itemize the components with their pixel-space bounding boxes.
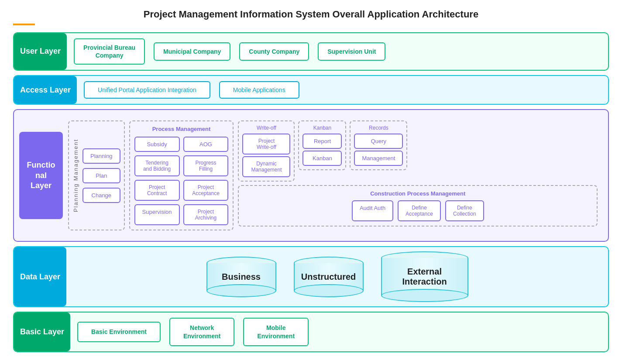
basic-item-0: Basic Environment (77, 322, 161, 342)
process-management-group: Process Management Subsidy AOG Tendering… (129, 120, 234, 230)
cylinder-2: ExternalInteraction (381, 251, 468, 302)
construction-item-0: Audit Auth (352, 200, 393, 221)
access-item-1: Mobile Applications (219, 81, 299, 99)
functional-layer-label: FunctionalLayer (19, 132, 63, 219)
user-item-1: Municipal Company (154, 42, 230, 61)
basic-layer-content: Basic Environment NetworkEnvironment Mob… (70, 312, 608, 351)
process-item-4: ProjectContract (134, 180, 180, 201)
access-layer-label: Access Layer (14, 76, 77, 104)
cylinder-0-bottom (206, 284, 276, 297)
func-right: Write-off ProjectWrite-off DynamicManage… (238, 120, 598, 230)
kanban-title: Kanban (302, 125, 342, 131)
user-layer-row: User Layer Provincial BureauCompany Muni… (13, 32, 609, 71)
construction-grid: Audit Auth DefineAcceptance DefineCollec… (243, 200, 592, 221)
data-layer-label: Data Layer (14, 247, 66, 306)
writeoff-title: Write-off (242, 125, 290, 131)
access-layer-content: Unified Portal Application Integration M… (77, 76, 608, 104)
kanban-item-1: Kanban (302, 151, 342, 166)
user-item-0: Provincial BureauCompany (74, 38, 145, 65)
basic-layer-row: Basic Layer Basic Environment NetworkEnv… (13, 312, 609, 352)
user-layer-label: User Layer (14, 33, 67, 70)
process-grid: Subsidy AOG Tenderingand Bidding Progres… (134, 137, 229, 225)
process-item-5: ProjectAcceptance (183, 180, 229, 201)
planning-item-1: Plan (82, 168, 120, 183)
data-layer-content: Business Unstructured ExternalInteractio… (66, 247, 608, 306)
data-layer-row: Data Layer Business Unstructured Externa… (13, 246, 609, 307)
access-item-0: Unified Portal Application Integration (84, 81, 210, 99)
planning-management-group: Planning Management Planning Plan Change (68, 120, 125, 230)
records-group: Records Query Management (350, 120, 407, 170)
access-layer-row: Access Layer Unified Portal Application … (13, 75, 609, 105)
basic-layer-label: Basic Layer (14, 312, 70, 351)
records-title: Records (354, 125, 403, 131)
kanban-item-0: Report (302, 134, 342, 149)
process-item-1: AOG (183, 137, 229, 152)
basic-item-1: NetworkEnvironment (169, 318, 235, 346)
cylinder-1: Unstructured (294, 257, 364, 297)
basic-item-2: MobileEnvironment (243, 318, 309, 346)
writeoff-group: Write-off ProjectWrite-off DynamicManage… (238, 120, 295, 182)
user-item-2: County Company (239, 42, 309, 61)
cylinder-1-bottom (294, 284, 364, 297)
writeoff-item-1: DynamicManagement (242, 156, 290, 177)
process-item-3: ProgressFilling (183, 155, 229, 176)
user-item-3: Supervision Unit (318, 42, 385, 61)
construction-title: Construction Process Management (243, 190, 592, 197)
process-item-0: Subsidy (134, 137, 180, 152)
construction-item-1: DefineAcceptance (398, 200, 441, 221)
construction-item-2: DefineCollection (445, 200, 484, 221)
process-item-7: ProjectArchiving (183, 204, 229, 225)
page-title: Project Management Information System Ov… (13, 9, 609, 20)
cylinder-0: Business (206, 257, 276, 297)
title-underline (13, 24, 35, 25)
planning-label-vertical: Planning Management (72, 139, 79, 212)
functional-layer-content: Planning Management Planning Plan Change… (63, 115, 603, 236)
kanban-group: Kanban Report Kanban (298, 120, 346, 170)
process-item-2: Tenderingand Bidding (134, 155, 180, 176)
process-title: Process Management (134, 126, 229, 132)
construction-group: Construction Process Management Audit Au… (238, 185, 598, 227)
process-item-6: Supervision (134, 204, 180, 225)
functional-layer-row: FunctionalLayer Planning Management Plan… (13, 109, 609, 242)
records-item-0: Query (354, 134, 403, 149)
writeoff-item-0: ProjectWrite-off (242, 134, 290, 155)
cylinder-2-bottom (381, 289, 468, 302)
user-layer-content: Provincial BureauCompany Municipal Compa… (67, 33, 608, 70)
planning-item-0: Planning (82, 148, 120, 164)
planning-items: Planning Plan Change (82, 148, 120, 203)
planning-item-2: Change (82, 188, 120, 203)
records-item-1: Management (354, 151, 403, 166)
func-right-top: Write-off ProjectWrite-off DynamicManage… (238, 120, 598, 182)
